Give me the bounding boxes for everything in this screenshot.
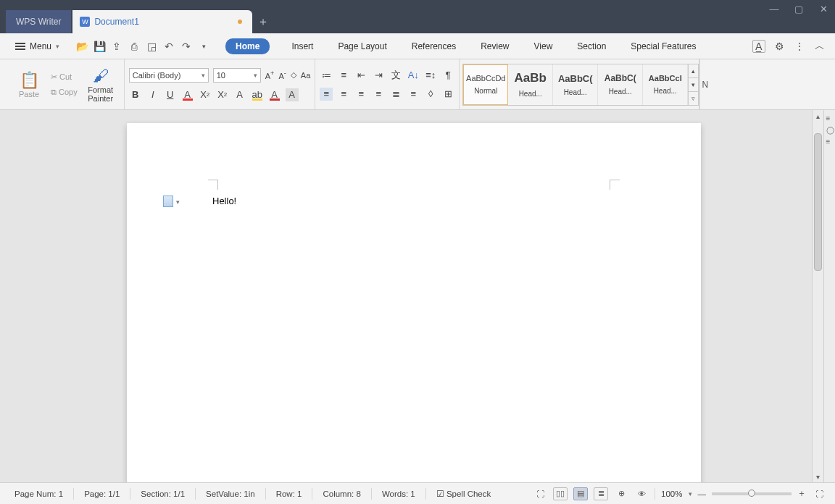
fit-page-icon[interactable]: ⛶ xyxy=(812,487,826,500)
line-spacing2-button[interactable]: ≡ xyxy=(407,88,420,101)
status-row[interactable]: Row: 1 xyxy=(270,490,308,498)
document-tab[interactable]: W Document1 xyxy=(72,10,252,33)
cut-button[interactable]: ✂ Cut xyxy=(51,72,72,82)
status-setvalue[interactable]: SetValue: 1in xyxy=(200,490,261,498)
status-words[interactable]: Words: 1 xyxy=(376,490,421,498)
font-name-select[interactable]: Calibri (Body) ▾ xyxy=(129,68,209,83)
font-color2-button[interactable]: A xyxy=(268,88,281,101)
character-map-icon[interactable]: A̲ xyxy=(752,40,765,53)
style-heading4[interactable]: AaBbCcI Head... xyxy=(643,64,688,105)
zoom-value[interactable]: 100% xyxy=(661,490,682,498)
new-tab-button[interactable]: ＋ xyxy=(252,10,274,33)
app-tab[interactable]: WPS Writer xyxy=(6,10,71,33)
style-normal[interactable]: AaBbCcDd Normal xyxy=(463,64,508,105)
tab-view[interactable]: View xyxy=(531,38,556,54)
borders-button[interactable]: ⊞ xyxy=(441,88,454,101)
sort-button[interactable]: A↓ xyxy=(407,69,420,82)
nav-prev-page-icon[interactable]: ≡ xyxy=(826,114,834,122)
document-body-text[interactable]: Hello! xyxy=(212,196,236,206)
settings-icon[interactable]: ⚙ xyxy=(773,40,786,53)
underline-button[interactable]: U xyxy=(164,88,177,101)
tab-special-features[interactable]: Special Features xyxy=(628,38,699,54)
print-preview-icon[interactable]: ◲ xyxy=(146,41,157,52)
save-icon[interactable]: 💾 xyxy=(94,41,105,52)
scroll-track[interactable] xyxy=(813,122,823,471)
paragraph-options-icon[interactable] xyxy=(163,196,173,207)
export-pdf-icon[interactable]: ⇪ xyxy=(111,41,122,52)
close-button[interactable]: ✕ xyxy=(816,4,831,14)
decrease-indent-button[interactable]: ⇤ xyxy=(354,69,367,82)
font-color-button[interactable]: A xyxy=(181,88,194,101)
font-size-select[interactable]: 10 ▾ xyxy=(213,68,261,83)
vertical-scrollbar[interactable]: ▴ ▾ xyxy=(812,110,823,482)
more-icon[interactable]: ⋮ xyxy=(793,40,806,53)
status-page[interactable]: Page: 1/1 xyxy=(78,490,125,498)
status-section[interactable]: Section: 1/1 xyxy=(135,490,191,498)
style-heading1[interactable]: AaBb Head... xyxy=(508,64,553,105)
line-spacing-button[interactable]: ≡↕ xyxy=(424,69,437,82)
clear-formatting-button[interactable]: ◇ xyxy=(291,70,296,80)
shrink-font-button[interactable]: A- xyxy=(278,70,286,80)
new-style-button[interactable]: N xyxy=(699,59,710,109)
zoom-slider[interactable] xyxy=(712,492,792,495)
tab-home[interactable]: Home xyxy=(225,38,270,54)
grow-font-button[interactable]: A+ xyxy=(265,70,275,80)
numbering-button[interactable]: ≡ xyxy=(337,69,350,82)
nav-browse-icon[interactable]: ◯ xyxy=(826,126,834,133)
character-shading-button[interactable]: A xyxy=(286,88,299,101)
align-left-button[interactable]: ≡ xyxy=(320,88,333,101)
text-direction-button[interactable]: 文 xyxy=(389,69,402,82)
view-print-icon[interactable]: ▤ xyxy=(573,487,588,500)
undo-icon[interactable]: ↶ xyxy=(163,41,175,52)
document-canvas[interactable]: ▾ Hello! xyxy=(0,110,812,482)
style-gallery-more[interactable]: ▿ xyxy=(689,92,698,105)
increase-indent-button[interactable]: ⇥ xyxy=(372,69,385,82)
zoom-dropdown-icon[interactable]: ▾ xyxy=(689,490,692,497)
fullscreen-icon[interactable]: ⛶ xyxy=(533,487,547,500)
subscript-button[interactable]: X2 xyxy=(216,88,229,101)
view-read-icon[interactable]: ▯▯ xyxy=(553,487,568,500)
redo-icon[interactable]: ↷ xyxy=(180,41,192,52)
align-right-button[interactable]: ≡ xyxy=(354,88,367,101)
eye-protection-icon[interactable]: 👁 xyxy=(634,487,649,500)
copy-button[interactable]: ⧉ Copy xyxy=(51,88,78,97)
zoom-out-button[interactable]: — xyxy=(698,490,707,498)
paste-button[interactable]: 📋 Paste xyxy=(12,71,46,98)
open-icon[interactable]: 📂 xyxy=(76,41,88,52)
zoom-in-button[interactable]: ＋ xyxy=(797,488,806,499)
tab-insert[interactable]: Insert xyxy=(288,38,316,54)
tab-references[interactable]: References xyxy=(409,38,459,54)
style-heading3[interactable]: AaBbC( Head... xyxy=(598,64,643,105)
view-outline-icon[interactable]: ≣ xyxy=(594,487,608,500)
show-marks-button[interactable]: ¶ xyxy=(441,69,454,82)
scroll-down-arrow[interactable]: ▾ xyxy=(813,471,823,482)
italic-button[interactable]: I xyxy=(146,88,159,101)
minimize-button[interactable]: — xyxy=(767,4,781,14)
status-page-num[interactable]: Page Num: 1 xyxy=(9,490,69,498)
web-layout-icon[interactable]: ⊕ xyxy=(614,487,628,500)
style-heading2[interactable]: AaBbC( Head... xyxy=(553,64,598,105)
status-spellcheck[interactable]: ☑ Spell Check xyxy=(431,489,497,499)
status-column[interactable]: Column: 8 xyxy=(317,490,366,498)
qat-more-icon[interactable]: ▾ xyxy=(198,41,209,52)
style-scroll-down[interactable]: ▾ xyxy=(689,78,698,92)
scroll-thumb[interactable] xyxy=(814,133,822,271)
superscript-button[interactable]: X2 xyxy=(199,88,212,101)
text-effects-button[interactable]: A xyxy=(233,88,246,101)
bullets-button[interactable]: ≔ xyxy=(320,69,333,82)
nav-next-page-icon[interactable]: ≡ xyxy=(826,138,834,145)
format-painter-button[interactable]: 🖌 Format Painter xyxy=(82,67,120,103)
style-scroll-up[interactable]: ▴ xyxy=(689,64,698,78)
change-case-button[interactable]: Aa xyxy=(301,71,310,80)
tab-section[interactable]: Section xyxy=(574,38,609,54)
align-center-button[interactable]: ≡ xyxy=(337,88,350,101)
print-icon[interactable]: ⎙ xyxy=(128,41,140,52)
shading-button[interactable]: ◊ xyxy=(424,88,437,101)
menu-button[interactable]: Menu ▾ xyxy=(9,38,66,55)
tab-review[interactable]: Review xyxy=(478,38,512,54)
scroll-up-arrow[interactable]: ▴ xyxy=(813,110,823,122)
zoom-slider-thumb[interactable] xyxy=(748,490,755,497)
highlight-button[interactable]: ab xyxy=(251,88,264,101)
justify-button[interactable]: ≡ xyxy=(372,88,385,101)
distribute-button[interactable]: ≣ xyxy=(389,88,402,101)
